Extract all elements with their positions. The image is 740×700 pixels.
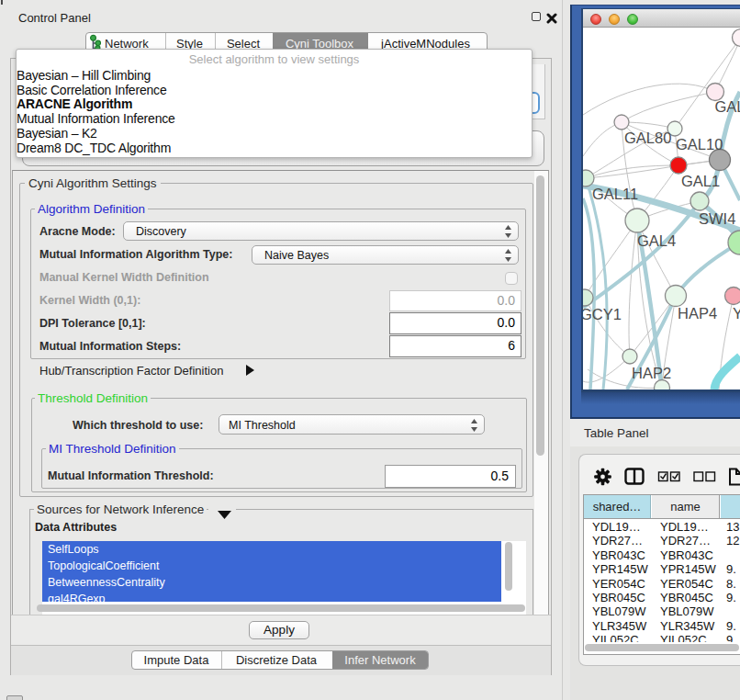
svg-text:GAL4: GAL4	[637, 232, 676, 249]
svg-text:HAP2: HAP2	[632, 365, 671, 381]
svg-text:GAL7: GAL7	[715, 98, 740, 115]
svg-text:GAL11: GAL11	[592, 186, 638, 202]
svg-text:GAL80: GAL80	[624, 130, 671, 146]
svg-text:Y: Y	[733, 305, 740, 322]
svg-text:SWI4: SWI4	[699, 210, 735, 227]
svg-text:GAL1: GAL1	[681, 173, 720, 189]
svg-text:GAL10: GAL10	[676, 136, 723, 152]
svg-text:GCY1: GCY1	[583, 306, 622, 322]
svg-text:HAP4: HAP4	[678, 305, 717, 322]
